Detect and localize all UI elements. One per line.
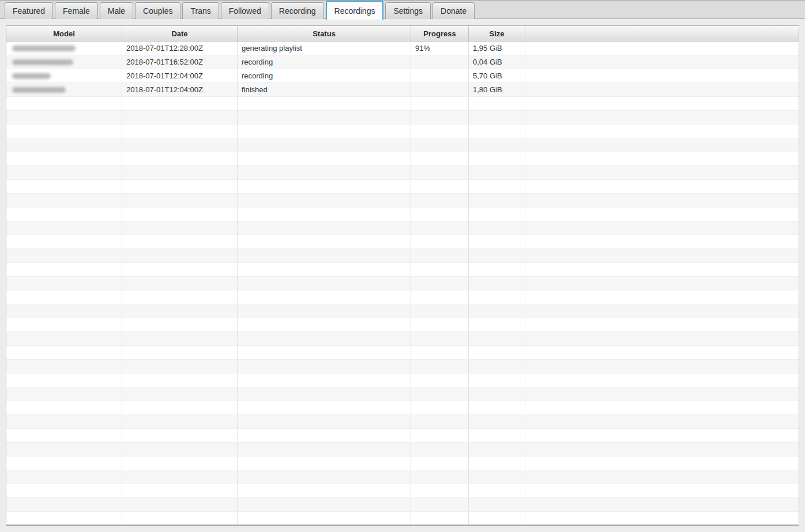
column-header-status[interactable]: Status bbox=[238, 26, 411, 41]
cell-status bbox=[238, 97, 411, 110]
table-row-empty bbox=[6, 346, 799, 360]
cell-filler bbox=[525, 332, 799, 345]
cell-status bbox=[238, 180, 411, 193]
tab-female[interactable]: Female bbox=[55, 2, 98, 19]
table-row[interactable]: 2018-07-01T12:04:00Zrecording5,70 GiB bbox=[6, 69, 799, 83]
cell-date bbox=[122, 429, 238, 442]
cell-progress bbox=[411, 124, 469, 138]
cell-model bbox=[6, 332, 122, 345]
cell-filler bbox=[525, 304, 799, 318]
table-row-empty bbox=[6, 401, 799, 415]
cell-date bbox=[122, 152, 238, 165]
table-row-empty bbox=[6, 470, 799, 484]
tab-bar: FeaturedFemaleMaleCouplesTransFollowedRe… bbox=[0, 0, 805, 19]
cell-model bbox=[6, 401, 122, 414]
cell-date bbox=[122, 249, 238, 262]
cell-date bbox=[122, 194, 238, 207]
cell-size bbox=[469, 235, 525, 248]
cell-status bbox=[238, 470, 411, 484]
cell-model bbox=[6, 277, 122, 290]
cell-progress bbox=[411, 387, 469, 401]
cell-filler bbox=[525, 41, 799, 55]
table-row-empty bbox=[6, 235, 799, 249]
cell-filler bbox=[525, 484, 799, 497]
table-row-empty bbox=[6, 443, 799, 456]
cell-size bbox=[469, 512, 525, 525]
cell-date bbox=[122, 470, 238, 484]
cell-progress bbox=[411, 97, 469, 110]
column-header-progress[interactable]: Progress bbox=[411, 26, 469, 41]
tab-recordings[interactable]: Recordings bbox=[326, 1, 384, 20]
tab-couples[interactable]: Couples bbox=[135, 2, 180, 19]
cell-filler bbox=[525, 373, 799, 387]
cell-progress bbox=[411, 429, 469, 442]
table-row-empty bbox=[6, 332, 799, 346]
table-row-empty bbox=[6, 97, 799, 111]
cell-model bbox=[6, 290, 122, 304]
tab-trans[interactable]: Trans bbox=[182, 2, 219, 19]
cell-status bbox=[238, 498, 411, 511]
cell-filler bbox=[525, 360, 799, 373]
table-row-empty bbox=[6, 512, 799, 526]
cell-progress bbox=[411, 415, 469, 428]
table-row-empty bbox=[6, 387, 799, 401]
tab-featured[interactable]: Featured bbox=[5, 2, 53, 19]
cell-date bbox=[122, 512, 238, 525]
cell-size bbox=[469, 249, 525, 262]
cell-progress: 91% bbox=[411, 41, 469, 55]
cell-model bbox=[6, 180, 122, 193]
cell-size bbox=[469, 221, 525, 235]
cell-progress bbox=[411, 111, 469, 124]
cell-filler bbox=[525, 290, 799, 304]
cell-model bbox=[6, 373, 122, 387]
cell-filler bbox=[525, 55, 799, 69]
cell-date bbox=[122, 304, 238, 318]
table-header: ModelDateStatusProgressSize bbox=[6, 26, 799, 41]
cell-size bbox=[469, 290, 525, 304]
cell-progress bbox=[411, 512, 469, 525]
cell-filler bbox=[525, 249, 799, 262]
table-row[interactable]: 2018-07-01T12:28:00Zgenerating playlist9… bbox=[6, 41, 799, 55]
column-header-date[interactable]: Date bbox=[122, 26, 238, 41]
cell-size bbox=[469, 124, 525, 138]
cell-model bbox=[6, 484, 122, 497]
cell-date bbox=[122, 456, 238, 470]
cell-filler bbox=[525, 97, 799, 110]
cell-filler bbox=[525, 415, 799, 428]
table-row[interactable]: 2018-07-01T12:04:00Zfinished1,80 GiB bbox=[6, 83, 799, 97]
cell-date bbox=[122, 235, 238, 248]
cell-size bbox=[469, 111, 525, 124]
cell-status bbox=[238, 249, 411, 262]
table-row-empty bbox=[6, 304, 799, 318]
cell-status bbox=[238, 221, 411, 235]
table-row-empty bbox=[6, 429, 799, 443]
cell-progress bbox=[411, 221, 469, 235]
cell-progress bbox=[411, 69, 469, 82]
cell-status bbox=[238, 512, 411, 525]
cell-size bbox=[469, 304, 525, 318]
cell-filler bbox=[525, 166, 799, 179]
redacted-model-name bbox=[12, 73, 51, 79]
table-row[interactable]: 2018-07-01T16:52:00Zrecording0,04 GiB bbox=[6, 55, 799, 69]
cell-model bbox=[6, 346, 122, 359]
cell-date bbox=[122, 498, 238, 511]
cell-size bbox=[469, 332, 525, 345]
recordings-table: ModelDateStatusProgressSize 2018-07-01T1… bbox=[6, 25, 799, 526]
cell-status bbox=[238, 360, 411, 373]
tab-donate[interactable]: Donate bbox=[432, 2, 475, 19]
tab-recording[interactable]: Recording bbox=[271, 2, 324, 19]
table-row-empty bbox=[6, 498, 799, 512]
cell-size bbox=[469, 456, 525, 470]
cell-status bbox=[238, 387, 411, 401]
cell-date bbox=[122, 221, 238, 235]
cell-progress bbox=[411, 443, 469, 456]
tab-settings[interactable]: Settings bbox=[385, 2, 431, 19]
column-header-size[interactable]: Size bbox=[469, 26, 525, 41]
cell-filler bbox=[525, 346, 799, 359]
column-header-model[interactable]: Model bbox=[6, 26, 122, 41]
tab-followed[interactable]: Followed bbox=[221, 2, 269, 19]
cell-model bbox=[6, 55, 122, 69]
cell-size: 0,04 GiB bbox=[469, 55, 525, 69]
cell-progress bbox=[411, 304, 469, 318]
tab-male[interactable]: Male bbox=[100, 2, 133, 19]
